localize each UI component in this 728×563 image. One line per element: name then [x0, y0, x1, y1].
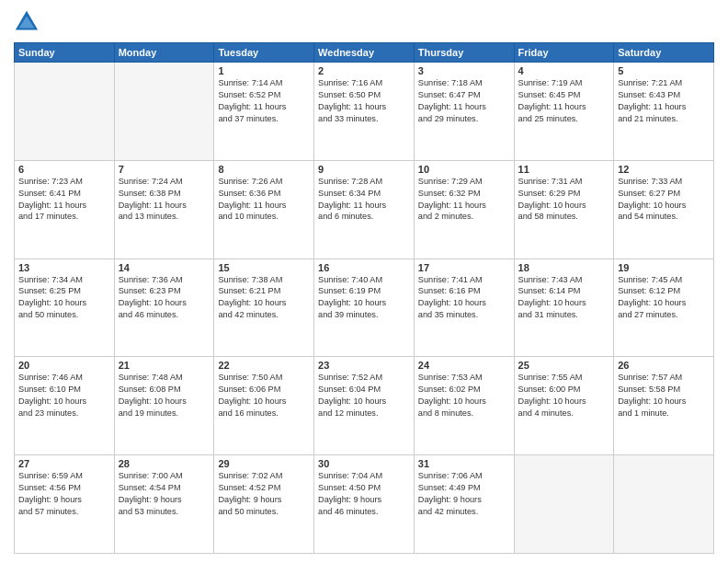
day-info: Sunrise: 7:36 AM Sunset: 6:23 PM Dayligh… [119, 274, 210, 322]
day-number: 6 [18, 164, 110, 175]
day-number: 23 [318, 360, 410, 371]
day-number: 18 [518, 262, 610, 273]
calendar-cell: 2Sunrise: 7:16 AM Sunset: 6:50 PM Daylig… [314, 63, 415, 161]
day-info: Sunrise: 7:21 AM Sunset: 6:43 PM Dayligh… [618, 77, 710, 125]
day-info: Sunrise: 7:33 AM Sunset: 6:27 PM Dayligh… [618, 176, 710, 224]
day-number: 26 [618, 360, 710, 371]
day-number: 9 [318, 164, 410, 175]
day-info: Sunrise: 7:28 AM Sunset: 6:34 PM Dayligh… [318, 176, 410, 224]
day-number: 11 [518, 164, 610, 175]
day-number: 28 [119, 458, 210, 469]
day-info: Sunrise: 7:53 AM Sunset: 6:02 PM Dayligh… [418, 372, 510, 419]
week-row-5: 27Sunrise: 6:59 AM Sunset: 4:56 PM Dayli… [15, 455, 714, 554]
calendar-cell: 19Sunrise: 7:45 AM Sunset: 6:12 PM Dayli… [614, 259, 714, 357]
day-info: Sunrise: 7:52 AM Sunset: 6:04 PM Dayligh… [318, 372, 410, 419]
day-number: 14 [119, 262, 210, 273]
calendar-cell: 3Sunrise: 7:18 AM Sunset: 6:47 PM Daylig… [414, 63, 514, 161]
day-number: 3 [418, 65, 510, 76]
day-number: 24 [418, 360, 510, 371]
calendar-cell: 31Sunrise: 7:06 AM Sunset: 4:49 PM Dayli… [414, 455, 514, 554]
day-info: Sunrise: 7:38 AM Sunset: 6:21 PM Dayligh… [218, 274, 310, 322]
day-number: 25 [518, 360, 610, 371]
calendar-cell: 22Sunrise: 7:50 AM Sunset: 6:06 PM Dayli… [214, 357, 314, 455]
day-number: 19 [618, 262, 710, 273]
day-number: 4 [518, 65, 610, 76]
day-info: Sunrise: 7:18 AM Sunset: 6:47 PM Dayligh… [418, 77, 510, 125]
day-info: Sunrise: 7:34 AM Sunset: 6:25 PM Dayligh… [18, 274, 110, 322]
week-row-2: 6Sunrise: 7:23 AM Sunset: 6:41 PM Daylig… [15, 160, 714, 259]
day-number: 17 [418, 262, 510, 273]
day-number: 1 [218, 65, 310, 76]
day-number: 10 [418, 164, 510, 175]
logo-icon [14, 9, 40, 35]
day-number: 15 [218, 262, 310, 273]
day-number: 7 [119, 164, 210, 175]
calendar-cell: 24Sunrise: 7:53 AM Sunset: 6:02 PM Dayli… [414, 357, 514, 455]
calendar-cell: 13Sunrise: 7:34 AM Sunset: 6:25 PM Dayli… [15, 259, 115, 357]
day-info: Sunrise: 7:55 AM Sunset: 6:00 PM Dayligh… [518, 372, 610, 419]
calendar-cell: 7Sunrise: 7:24 AM Sunset: 6:38 PM Daylig… [114, 160, 214, 259]
calendar-cell: 10Sunrise: 7:29 AM Sunset: 6:32 PM Dayli… [414, 160, 514, 259]
weekday-header-tuesday: Tuesday [214, 43, 314, 63]
day-number: 13 [18, 262, 110, 273]
calendar-cell [15, 63, 115, 161]
day-number: 8 [218, 164, 310, 175]
day-info: Sunrise: 7:46 AM Sunset: 6:10 PM Dayligh… [18, 372, 110, 419]
day-number: 29 [218, 458, 310, 469]
week-row-3: 13Sunrise: 7:34 AM Sunset: 6:25 PM Dayli… [15, 259, 714, 357]
calendar-cell: 28Sunrise: 7:00 AM Sunset: 4:54 PM Dayli… [114, 455, 214, 554]
day-info: Sunrise: 7:40 AM Sunset: 6:19 PM Dayligh… [318, 274, 410, 322]
week-row-4: 20Sunrise: 7:46 AM Sunset: 6:10 PM Dayli… [15, 357, 714, 455]
calendar-cell: 14Sunrise: 7:36 AM Sunset: 6:23 PM Dayli… [114, 259, 214, 357]
weekday-header-saturday: Saturday [614, 43, 714, 63]
logo [14, 9, 43, 35]
calendar-cell: 9Sunrise: 7:28 AM Sunset: 6:34 PM Daylig… [314, 160, 415, 259]
calendar-cell: 26Sunrise: 7:57 AM Sunset: 5:58 PM Dayli… [614, 357, 714, 455]
day-info: Sunrise: 7:26 AM Sunset: 6:36 PM Dayligh… [218, 176, 310, 224]
calendar-cell: 6Sunrise: 7:23 AM Sunset: 6:41 PM Daylig… [15, 160, 115, 259]
calendar-cell: 25Sunrise: 7:55 AM Sunset: 6:00 PM Dayli… [514, 357, 614, 455]
page: SundayMondayTuesdayWednesdayThursdayFrid… [0, 0, 728, 563]
calendar-cell: 4Sunrise: 7:19 AM Sunset: 6:45 PM Daylig… [514, 63, 614, 161]
calendar-cell: 1Sunrise: 7:14 AM Sunset: 6:52 PM Daylig… [214, 63, 314, 161]
day-number: 2 [318, 65, 410, 76]
day-info: Sunrise: 7:23 AM Sunset: 6:41 PM Dayligh… [18, 176, 110, 224]
day-info: Sunrise: 7:29 AM Sunset: 6:32 PM Dayligh… [418, 176, 510, 224]
day-info: Sunrise: 7:24 AM Sunset: 6:38 PM Dayligh… [119, 176, 210, 224]
calendar-cell [114, 63, 214, 161]
day-number: 16 [318, 262, 410, 273]
day-number: 21 [119, 360, 210, 371]
day-info: Sunrise: 7:00 AM Sunset: 4:54 PM Dayligh… [119, 470, 210, 518]
calendar-cell: 16Sunrise: 7:40 AM Sunset: 6:19 PM Dayli… [314, 259, 415, 357]
calendar-cell: 21Sunrise: 7:48 AM Sunset: 6:08 PM Dayli… [114, 357, 214, 455]
day-info: Sunrise: 7:16 AM Sunset: 6:50 PM Dayligh… [318, 77, 410, 125]
day-info: Sunrise: 7:14 AM Sunset: 6:52 PM Dayligh… [218, 77, 310, 125]
calendar-cell: 17Sunrise: 7:41 AM Sunset: 6:16 PM Dayli… [414, 259, 514, 357]
day-info: Sunrise: 7:19 AM Sunset: 6:45 PM Dayligh… [518, 77, 610, 125]
calendar-cell: 5Sunrise: 7:21 AM Sunset: 6:43 PM Daylig… [614, 63, 714, 161]
calendar-cell: 12Sunrise: 7:33 AM Sunset: 6:27 PM Dayli… [614, 160, 714, 259]
day-number: 22 [218, 360, 310, 371]
day-number: 30 [318, 458, 410, 469]
calendar-table: SundayMondayTuesdayWednesdayThursdayFrid… [14, 42, 714, 554]
day-info: Sunrise: 7:06 AM Sunset: 4:49 PM Dayligh… [418, 470, 510, 518]
weekday-header-sunday: Sunday [15, 43, 115, 63]
day-info: Sunrise: 7:45 AM Sunset: 6:12 PM Dayligh… [618, 274, 710, 322]
calendar-cell: 23Sunrise: 7:52 AM Sunset: 6:04 PM Dayli… [314, 357, 415, 455]
weekday-header-row: SundayMondayTuesdayWednesdayThursdayFrid… [15, 43, 714, 63]
calendar-cell: 8Sunrise: 7:26 AM Sunset: 6:36 PM Daylig… [214, 160, 314, 259]
week-row-1: 1Sunrise: 7:14 AM Sunset: 6:52 PM Daylig… [15, 63, 714, 161]
weekday-header-monday: Monday [114, 43, 214, 63]
day-info: Sunrise: 7:41 AM Sunset: 6:16 PM Dayligh… [418, 274, 510, 322]
weekday-header-wednesday: Wednesday [314, 43, 415, 63]
calendar-cell: 18Sunrise: 7:43 AM Sunset: 6:14 PM Dayli… [514, 259, 614, 357]
calendar-cell [614, 455, 714, 554]
day-number: 20 [18, 360, 110, 371]
day-info: Sunrise: 7:04 AM Sunset: 4:50 PM Dayligh… [318, 470, 410, 518]
calendar-cell: 20Sunrise: 7:46 AM Sunset: 6:10 PM Dayli… [15, 357, 115, 455]
calendar-cell: 15Sunrise: 7:38 AM Sunset: 6:21 PM Dayli… [214, 259, 314, 357]
calendar-cell: 27Sunrise: 6:59 AM Sunset: 4:56 PM Dayli… [15, 455, 115, 554]
header [14, 9, 714, 35]
calendar-cell: 30Sunrise: 7:04 AM Sunset: 4:50 PM Dayli… [314, 455, 415, 554]
weekday-header-friday: Friday [514, 43, 614, 63]
